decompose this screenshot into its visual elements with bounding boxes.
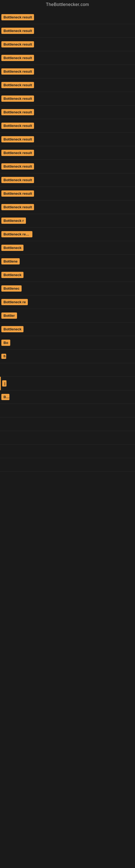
bottleneck-badge[interactable]: Bottleneck r bbox=[1, 218, 26, 224]
list-item: Bottleneck result bbox=[0, 10, 135, 24]
list-item: B bbox=[0, 350, 135, 363]
list-item bbox=[0, 431, 135, 444]
list-item: Bo bbox=[0, 336, 135, 350]
list-item: Bottleneck result bbox=[0, 92, 135, 105]
bottleneck-badge[interactable]: Bottleneck result bbox=[1, 163, 34, 169]
list-item: Bottleneck re bbox=[0, 296, 135, 309]
list-item: Bottleneck result bbox=[0, 51, 135, 65]
list-item: Bottleneck result bbox=[0, 105, 135, 119]
list-item: Bottleneck result bbox=[0, 65, 135, 79]
list-item: Bottleneck result bbox=[0, 79, 135, 92]
bottleneck-badge[interactable]: Bo bbox=[1, 340, 10, 346]
list-item: Bottleneck result bbox=[0, 200, 135, 214]
bottleneck-badge[interactable]: Bottleneck result bbox=[1, 55, 34, 61]
list-item bbox=[0, 363, 135, 377]
bottleneck-badge[interactable]: Bottleneck result bbox=[1, 190, 34, 197]
list-item bbox=[0, 404, 135, 417]
bottleneck-badge[interactable]: Bottleneck result bbox=[1, 82, 34, 88]
list-item: Bottleneck result bbox=[0, 160, 135, 173]
list-item: Bottleneck result bbox=[0, 173, 135, 187]
bottleneck-badge[interactable]: Bottleneck result bbox=[1, 28, 34, 34]
bottleneck-badge[interactable]: Bottleneck bbox=[1, 272, 24, 278]
bottleneck-badge[interactable]: | bbox=[2, 380, 6, 386]
list-item: Bottleneck result bbox=[0, 187, 135, 200]
bottleneck-badge[interactable]: B bbox=[1, 354, 6, 359]
bottleneck-badge[interactable]: Bottleneck result bbox=[1, 109, 34, 115]
bottleneck-badge[interactable]: Bottleneck result bbox=[1, 41, 34, 48]
list-item bbox=[0, 444, 135, 458]
list-item: Bottlenec bbox=[0, 282, 135, 296]
bottleneck-badge[interactable]: Bottlenec bbox=[1, 285, 21, 291]
bottleneck-badge[interactable]: Bot bbox=[1, 394, 9, 400]
list-item bbox=[0, 417, 135, 431]
list-item: | bbox=[0, 377, 135, 390]
bottleneck-badge[interactable]: Bottleneck bbox=[1, 245, 24, 251]
list-item: Bottleneck resul bbox=[0, 227, 135, 241]
bottleneck-badge[interactable]: Bottleneck result bbox=[1, 14, 34, 20]
bottleneck-badge[interactable]: Bottleneck result bbox=[1, 95, 34, 102]
bottleneck-badge[interactable]: Bottleneck result bbox=[1, 150, 34, 156]
list-item: Bottleneck result bbox=[0, 24, 135, 38]
site-title: TheBottlenecker.com bbox=[0, 0, 135, 9]
list-item: Bottleneck result bbox=[0, 146, 135, 160]
list-item: Bottleneck result bbox=[0, 38, 135, 51]
list-item: Bottleneck result bbox=[0, 133, 135, 146]
list-item: Bottler bbox=[0, 309, 135, 322]
list-item: Bottleneck bbox=[0, 322, 135, 336]
list-item: Bot bbox=[0, 390, 135, 404]
list-item: Bottleneck r bbox=[0, 214, 135, 227]
bottleneck-badge[interactable]: Bottleneck result bbox=[1, 204, 34, 210]
list-item: Bottlene bbox=[0, 255, 135, 268]
bottleneck-badge[interactable]: Bottleneck resul bbox=[1, 231, 32, 237]
bottleneck-badge[interactable]: Bottleneck bbox=[1, 326, 24, 332]
list-item bbox=[0, 458, 135, 472]
site-title-bar: TheBottlenecker.com bbox=[0, 0, 135, 9]
list-item: Bottleneck result bbox=[0, 119, 135, 133]
bottleneck-badge[interactable]: Bottler bbox=[1, 312, 17, 319]
list-item: Bottleneck bbox=[0, 241, 135, 255]
bottleneck-badge[interactable]: Bottlene bbox=[1, 258, 20, 265]
results-list: Bottleneck resultBottleneck resultBottle… bbox=[0, 9, 135, 472]
list-item: Bottleneck bbox=[0, 268, 135, 282]
bottleneck-badge[interactable]: Bottleneck result bbox=[1, 136, 34, 143]
bottleneck-badge[interactable]: Bottleneck result bbox=[1, 68, 34, 74]
bottleneck-badge[interactable]: Bottleneck re bbox=[1, 299, 28, 305]
bottleneck-badge[interactable]: Bottleneck result bbox=[1, 123, 34, 129]
bottleneck-badge[interactable]: Bottleneck result bbox=[1, 177, 34, 183]
